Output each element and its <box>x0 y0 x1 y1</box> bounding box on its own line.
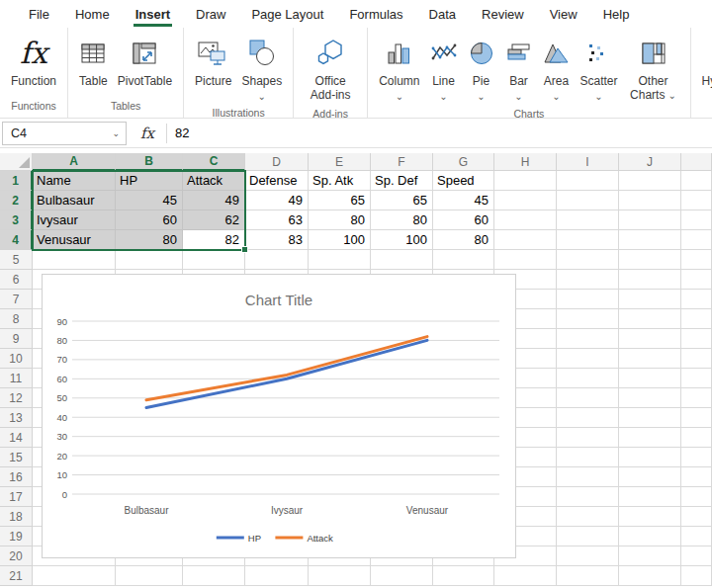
cell-D4[interactable]: 83 <box>245 230 309 250</box>
grid-cell[interactable] <box>619 329 681 349</box>
grid-cell[interactable] <box>619 448 681 467</box>
grid-cell[interactable] <box>681 388 712 408</box>
cell-B2[interactable]: 45 <box>116 191 183 210</box>
chevron-down-icon[interactable]: ⌄ <box>514 92 522 102</box>
row-header-13[interactable]: 13 <box>0 408 33 428</box>
cell-A1[interactable]: Name <box>33 171 116 191</box>
grid-cell[interactable] <box>557 428 619 448</box>
grid-cell[interactable] <box>619 487 681 507</box>
row-header-21[interactable]: 21 <box>0 566 33 586</box>
grid-cell[interactable] <box>371 566 433 586</box>
grid-cell[interactable] <box>681 191 712 210</box>
tab-help[interactable]: Help <box>590 0 643 28</box>
grid-cell[interactable] <box>619 191 681 210</box>
cell-A4[interactable]: Venusaur <box>33 230 116 250</box>
row-header-6[interactable]: 6 <box>0 270 33 290</box>
tab-review[interactable]: Review <box>469 0 537 28</box>
grid-cell[interactable] <box>433 566 494 586</box>
shapes-button[interactable]: Shapes⌄ <box>236 32 287 104</box>
grid-cell[interactable] <box>619 230 681 250</box>
cell-G1[interactable]: Speed <box>433 171 494 191</box>
column-header-A[interactable]: A <box>33 153 116 171</box>
name-box[interactable]: C4 ⌄ <box>2 122 127 145</box>
column-header-F[interactable]: F <box>371 153 433 171</box>
cell-D2[interactable]: 49 <box>245 191 309 210</box>
cell-F3[interactable]: 80 <box>371 210 433 230</box>
grid-cell[interactable] <box>619 210 681 230</box>
grid-cell[interactable] <box>681 309 712 329</box>
row-header-18[interactable]: 18 <box>0 507 33 527</box>
other-charts-button[interactable]: Other Charts ⌄ <box>623 32 684 105</box>
grid-cell[interactable] <box>557 191 619 210</box>
grid-cell[interactable] <box>557 487 619 507</box>
cell-G2[interactable]: 45 <box>433 191 494 210</box>
grid-cell[interactable] <box>557 467 619 487</box>
grid-cell[interactable] <box>681 369 712 388</box>
name-box-chevron-down-icon[interactable]: ⌄ <box>112 128 120 138</box>
picture-button[interactable]: Picture <box>190 32 236 91</box>
grid-cell[interactable] <box>557 230 619 250</box>
row-header-7[interactable]: 7 <box>0 290 33 309</box>
grid-cell[interactable] <box>681 171 712 191</box>
grid-cell[interactable] <box>183 250 245 270</box>
hyperlink-button[interactable]: Hyperlink <box>697 32 712 91</box>
grid-cell[interactable] <box>681 290 712 309</box>
grid-cell[interactable] <box>681 349 712 369</box>
line-button[interactable]: Line⌄ <box>425 32 463 104</box>
grid-cell[interactable] <box>619 270 681 290</box>
cell-C2[interactable]: 49 <box>183 191 245 210</box>
grid-cell[interactable] <box>557 171 619 191</box>
tab-view[interactable]: View <box>537 0 590 28</box>
chevron-down-icon[interactable]: ⌄ <box>665 90 676 101</box>
cell-F2[interactable]: 65 <box>371 191 433 210</box>
grid-cell[interactable] <box>681 210 712 230</box>
embedded-chart[interactable]: Chart Title0102030405060708090BulbasaurI… <box>42 274 516 558</box>
grid-cell[interactable] <box>681 428 712 448</box>
cell-C1[interactable]: Attack <box>183 171 245 191</box>
grid-cell[interactable] <box>557 566 619 586</box>
grid-cell[interactable] <box>557 270 619 290</box>
grid-cell[interactable] <box>494 191 557 210</box>
cell-B1[interactable]: HP <box>116 171 183 191</box>
grid-cell[interactable] <box>619 467 681 487</box>
grid-cell[interactable] <box>619 507 681 527</box>
grid-cell[interactable] <box>619 428 681 448</box>
row-header-1[interactable]: 1 <box>0 171 33 191</box>
grid-cell[interactable] <box>619 309 681 329</box>
column-header-J[interactable]: J <box>619 153 681 171</box>
chevron-down-icon[interactable]: ⌄ <box>552 92 560 102</box>
grid-cell[interactable] <box>433 250 494 270</box>
column-header-E[interactable]: E <box>309 153 371 171</box>
pivottable-button[interactable]: PivotTable <box>113 32 177 91</box>
grid-cell[interactable] <box>619 546 681 566</box>
row-header-3[interactable]: 3 <box>0 210 33 230</box>
grid-cell[interactable] <box>619 408 681 428</box>
column-header-partial[interactable] <box>681 153 712 171</box>
grid-cell[interactable] <box>33 566 116 586</box>
row-header-9[interactable]: 9 <box>0 329 33 349</box>
row-header-16[interactable]: 16 <box>0 467 33 487</box>
row-header-2[interactable]: 2 <box>0 191 33 210</box>
chevron-down-icon[interactable]: ⌄ <box>396 92 403 102</box>
function-button[interactable]: fxFunction <box>6 32 61 91</box>
cell-B4[interactable]: 80 <box>116 230 183 250</box>
tab-file[interactable]: File <box>16 0 62 28</box>
grid-cell[interactable] <box>309 566 371 586</box>
cell-C4[interactable]: 82 <box>183 230 245 250</box>
cell-E2[interactable]: 65 <box>309 191 371 210</box>
grid-cell[interactable] <box>681 527 712 546</box>
grid-cell[interactable] <box>619 388 681 408</box>
row-header-19[interactable]: 19 <box>0 527 33 546</box>
area-button[interactable]: Area⌄ <box>538 32 576 104</box>
grid-cell[interactable] <box>494 230 557 250</box>
fill-handle[interactable] <box>241 246 248 253</box>
row-header-4[interactable]: 4 <box>0 230 33 250</box>
grid-cell[interactable] <box>494 250 557 270</box>
cell-F4[interactable]: 100 <box>371 230 433 250</box>
grid-cell[interactable] <box>116 250 183 270</box>
chevron-down-icon[interactable]: ⌄ <box>258 92 266 102</box>
grid-cell[interactable] <box>557 388 619 408</box>
grid-cell[interactable] <box>557 527 619 546</box>
column-header-G[interactable]: G <box>433 153 494 171</box>
row-header-14[interactable]: 14 <box>0 428 33 448</box>
